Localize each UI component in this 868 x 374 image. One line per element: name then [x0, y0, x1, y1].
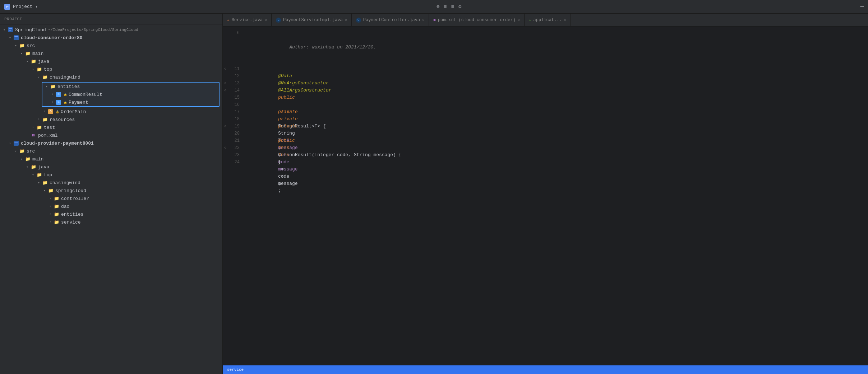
arrow-java-1[interactable]: ▾ — [24, 60, 30, 64]
tab-close-paymentcontroller[interactable]: ✕ — [422, 18, 424, 22]
line-num-18: 18 — [223, 116, 244, 123]
tree-item-chasingwind-1[interactable]: ▾ 📁 chasingwind — [0, 73, 222, 81]
kw-public-class: public — [278, 95, 295, 100]
arrow-provider[interactable]: ▾ — [7, 141, 13, 145]
tree-item-entities-1[interactable]: ▾ 📁 entities — [42, 83, 219, 90]
arrow-chasingwind-2[interactable]: ▾ — [36, 181, 42, 185]
tab-close-pom[interactable]: ✕ — [518, 18, 520, 22]
arrow-ordermain[interactable]: › — [42, 110, 47, 113]
arrow-src-2[interactable]: ▾ — [13, 149, 19, 153]
arrow-java-2[interactable]: ▾ — [24, 165, 30, 169]
tree-item-resources-1[interactable]: › 📁 resources — [0, 116, 222, 123]
tree-item-top-2[interactable]: ▾ 📁 top — [0, 171, 222, 179]
tab-close-paymentserviceimpl[interactable]: ✕ — [345, 18, 347, 22]
line-num-15: 15 — [223, 94, 244, 101]
line-num-16: 16 — [223, 101, 244, 108]
code-line-16: private String message ; — [250, 101, 862, 108]
arrow-resources-1[interactable]: › — [36, 118, 42, 121]
tab-service[interactable]: ☕ Service.java ✕ — [223, 14, 272, 27]
title-bar-left: Project ▾ — [4, 4, 38, 10]
minimize-icon[interactable]: — — [860, 4, 864, 10]
arrow-entities-1[interactable]: ▾ — [44, 85, 50, 89]
tree-item-ordermain[interactable]: › O 🔒 OrderMain — [0, 108, 222, 116]
tab-pom[interactable]: m pom.xml (cloud-consumer-order) ✕ — [429, 14, 525, 27]
tree-item-commonresult[interactable]: › C 🔒 CommonResult — [42, 90, 219, 98]
kw-private-17: private — [278, 123, 298, 129]
tree-item-main-1[interactable]: ▾ 📁 main — [0, 50, 222, 57]
springcloud-label: SpringCloud — [15, 27, 46, 33]
arrow-payment[interactable]: › — [50, 100, 55, 104]
folder-icon-main-1: 📁 — [24, 51, 31, 56]
tree-item-chasingwind-2[interactable]: ▾ 📁 chasingwind — [0, 179, 222, 187]
tree-item-service[interactable]: › 📁 service — [0, 218, 222, 226]
top-label-1: top — [44, 67, 52, 72]
code-line-24 — [250, 159, 862, 166]
arrow-main-2[interactable]: ▾ — [19, 157, 24, 161]
arrow-chasingwind-1[interactable]: ▾ — [36, 75, 42, 79]
sidebar: Project ▾ SpringCloud ~/IdeaProjects/Spr… — [0, 14, 223, 374]
code-line-19: public CommonResult(Integer code, String… — [250, 123, 862, 130]
tree-item-src-1[interactable]: ▾ 📁 src — [0, 42, 222, 50]
tree-item-pom-1[interactable]: m pom.xml — [0, 131, 222, 139]
tab-close-service[interactable]: ✕ — [265, 18, 267, 22]
folder-icon-controller: 📁 — [53, 196, 60, 201]
module-icon-springcloud — [7, 27, 14, 32]
arrow-consumer[interactable]: ▾ — [7, 36, 13, 40]
tree-item-dao[interactable]: › 📁 dao — [0, 202, 222, 210]
menu-icon[interactable]: ≡ — [444, 4, 447, 10]
tree-item-java-1[interactable]: ▾ 📁 java — [0, 57, 222, 65]
tab-paymentserviceimpl[interactable]: C PaymentServiceImpl.java ✕ — [272, 14, 352, 27]
folder-icon-src-1: 📁 — [19, 43, 25, 48]
folder-icon-entities-2: 📁 — [53, 212, 60, 217]
menu2-icon[interactable]: ≡ — [451, 4, 454, 10]
arrow-src-1[interactable]: ▾ — [13, 44, 19, 48]
arrow-commonresult[interactable]: › — [50, 93, 55, 96]
arrow-service[interactable]: › — [47, 220, 53, 224]
tab-application[interactable]: ✦ applicat... ✕ — [525, 14, 571, 27]
arrow-dao[interactable]: › — [47, 205, 53, 208]
tree-item-src-2[interactable]: ▾ 📁 src — [0, 147, 222, 155]
arrow-test-1[interactable]: › — [30, 126, 36, 129]
lock-badge-om: 🔒 — [56, 110, 59, 113]
line-numbers: 6 11 12 13 14 15 16 17 18 19 20 21 22 23… — [223, 27, 244, 365]
chasingwind-label-2: chasingwind — [50, 180, 80, 186]
line-num-17: 17 — [223, 108, 244, 116]
tree-item-consumer-order[interactable]: ▾ cloud-consumer-order80 — [0, 34, 222, 42]
tree-item-controller[interactable]: › 📁 controller — [0, 195, 222, 202]
settings-icon[interactable]: ⚙ — [458, 4, 461, 10]
tab-icon-app: ✦ — [529, 18, 531, 22]
tree-item-top-1[interactable]: ▾ 📁 top — [0, 65, 222, 73]
lock-badge-pay: 🔒 — [64, 101, 67, 104]
tree-item-provider-payment[interactable]: ▾ cloud-provider-payment8001 — [0, 139, 222, 147]
arrow-springcloud-pkg[interactable]: ▾ — [42, 189, 47, 193]
tab-paymentcontroller[interactable]: C PaymentController.java ✕ — [352, 14, 429, 27]
arrow-springcloud[interactable]: ▾ — [1, 28, 7, 32]
tree-item-main-2[interactable]: ▾ 📁 main — [0, 155, 222, 163]
tree-view[interactable]: ▾ SpringCloud ~/IdeaProjects/SpringCloud… — [0, 24, 222, 374]
panel-header: Project — [0, 14, 222, 24]
arrow-main-1[interactable]: ▾ — [19, 52, 24, 56]
add-icon[interactable]: ⊕ — [437, 4, 439, 10]
line-num-21: 21 — [223, 137, 244, 144]
tree-item-test-1[interactable]: › 📁 test — [0, 123, 222, 131]
lock-badge-cr: 🔒 — [64, 93, 67, 96]
status-bar: service — [223, 365, 868, 374]
folder-icon-entities-1: 📁 — [50, 84, 56, 89]
tree-item-springcloud-pkg[interactable]: ▾ 📁 springcloud — [0, 187, 222, 195]
arrow-entities-2[interactable]: › — [47, 212, 53, 216]
tree-item-entities-2[interactable]: › 📁 entities — [0, 210, 222, 218]
tree-item-payment[interactable]: › C 🔒 Payment — [42, 98, 219, 106]
tab-close-application[interactable]: ✕ — [564, 18, 566, 22]
tree-item-java-2[interactable]: ▾ 📁 java — [0, 163, 222, 171]
main-label-2: main — [32, 156, 43, 162]
code-line-6 — [250, 29, 862, 37]
payment-label: Payment — [69, 100, 88, 105]
chasingwind-label-1: chasingwind — [50, 75, 80, 80]
tree-item-springcloud[interactable]: ▾ SpringCloud ~/IdeaProjects/SpringCloud… — [0, 26, 222, 34]
svg-rect-3 — [6, 8, 7, 8]
tab-label-paymentcontroller: PaymentController.java — [363, 18, 420, 23]
arrow-controller[interactable]: › — [47, 197, 53, 200]
arrow-top-1[interactable]: ▾ — [30, 67, 36, 71]
editor-area: ☕ Service.java ✕ C PaymentServiceImpl.ja… — [223, 14, 868, 374]
arrow-top-2[interactable]: ▾ — [30, 173, 36, 177]
